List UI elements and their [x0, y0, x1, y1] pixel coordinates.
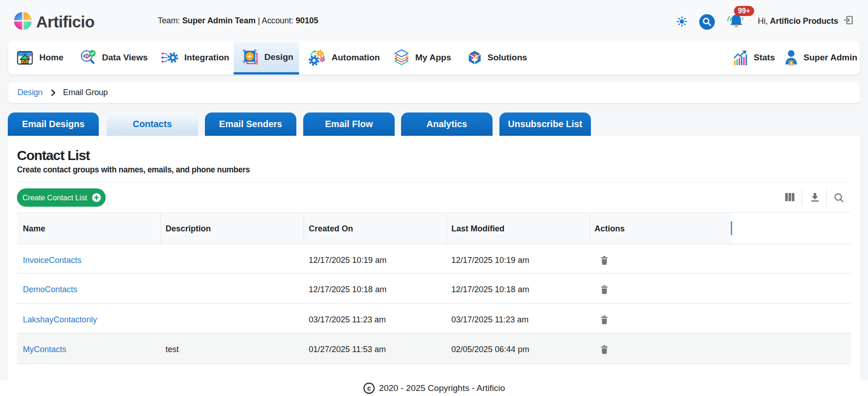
svg-text:c: c [367, 385, 371, 392]
